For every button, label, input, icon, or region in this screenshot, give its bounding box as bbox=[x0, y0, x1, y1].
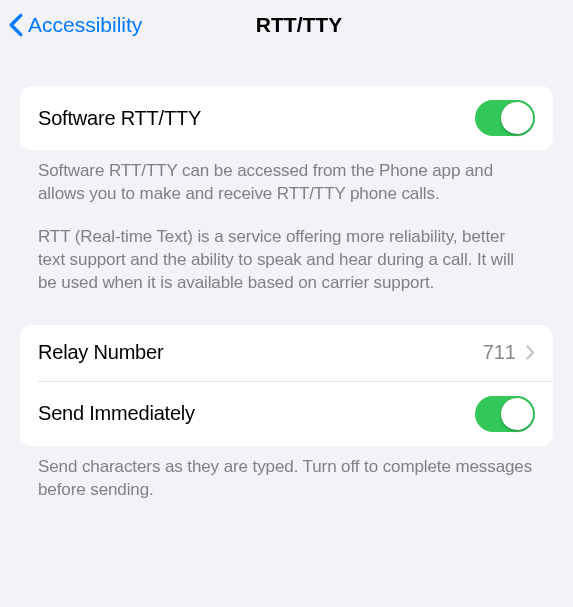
software-footer: Software RTT/TTY can be accessed from th… bbox=[20, 150, 553, 295]
settings-group-relay: Relay Number 711 Send Immediately bbox=[20, 325, 553, 446]
send-immediately-label: Send Immediately bbox=[38, 402, 195, 425]
relay-number-row[interactable]: Relay Number 711 bbox=[20, 325, 553, 381]
software-footer-p2: RTT (Real-time Text) is a service offeri… bbox=[38, 226, 535, 295]
toggle-knob bbox=[501, 102, 533, 134]
relay-number-value: 711 bbox=[483, 341, 516, 364]
navigation-bar: Accessibility RTT/TTY bbox=[0, 0, 573, 50]
send-footer-text: Send characters as they are typed. Turn … bbox=[38, 456, 535, 502]
settings-group-software: Software RTT/TTY bbox=[20, 86, 553, 150]
relay-number-label: Relay Number bbox=[38, 341, 163, 364]
send-immediately-toggle[interactable] bbox=[475, 396, 535, 432]
software-rtt-tty-label: Software RTT/TTY bbox=[38, 107, 201, 130]
toggle-knob bbox=[501, 398, 533, 430]
software-footer-p1: Software RTT/TTY can be accessed from th… bbox=[38, 160, 535, 206]
software-rtt-tty-row: Software RTT/TTY bbox=[20, 86, 553, 150]
chevron-left-icon bbox=[8, 13, 24, 37]
chevron-right-icon bbox=[526, 345, 535, 360]
back-label: Accessibility bbox=[28, 13, 142, 37]
back-button[interactable]: Accessibility bbox=[8, 13, 142, 37]
send-footer: Send characters as they are typed. Turn … bbox=[20, 446, 553, 502]
send-immediately-row: Send Immediately bbox=[20, 382, 553, 446]
software-rtt-tty-toggle[interactable] bbox=[475, 100, 535, 136]
